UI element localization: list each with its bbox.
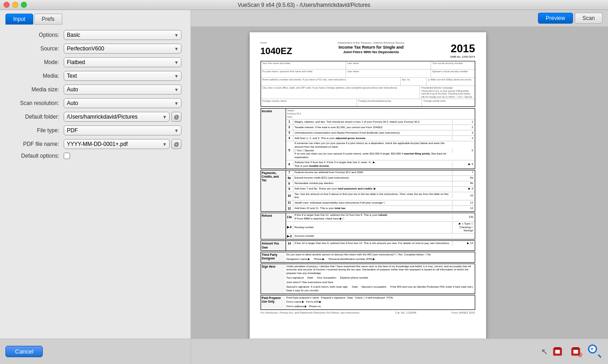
document-preview: Form 1040EZ Department of the Treasury—I… — [250, 32, 486, 339]
source-select[interactable]: PerfectionV600 — [64, 44, 181, 54]
filetype-label: File type: — [9, 127, 64, 134]
foreign-row: Foreign country name Foreign province/st… — [261, 99, 475, 106]
filetype-select-wrapper: PDF ▼ — [64, 125, 181, 135]
options-label: Options: — [9, 32, 64, 38]
media-label: Media: — [9, 73, 64, 79]
mediasize-select-wrapper: Auto ▼ — [64, 85, 181, 95]
refund-row-13a: 13a If line 9 is larger than line 12, su… — [286, 213, 475, 222]
form-year-block: 2015 OMB No. 1545-0074 — [450, 41, 475, 59]
maximize-button[interactable] — [21, 2, 27, 8]
third-party-fields: Designee's name ▶ Phone ▶ Personal ident… — [286, 258, 474, 261]
form-year: 2015 — [451, 41, 475, 55]
attach-note: AttachForm(s) W-2here. — [286, 109, 475, 120]
scanres-label: Scan resolution: — [9, 100, 64, 106]
refund-row-b: ▶ b Routing number ▶ c Type: □ Checking … — [286, 222, 475, 234]
sign-section: Sign Here Under penalties of perjury, I … — [261, 264, 475, 294]
bottom-toolbar: Cancel ↖ @ + — [0, 339, 608, 364]
window-title: VueScan 9 x64 (9.5.63) - /Users/hamrickd… — [238, 2, 371, 8]
cancel-button[interactable]: Cancel — [5, 346, 43, 357]
scanres-row: Scan resolution: Auto ▼ — [9, 98, 181, 108]
mode-select[interactable]: Flatbed — [64, 57, 181, 67]
options-select[interactable]: Basic — [64, 30, 181, 40]
minimize-button[interactable] — [12, 2, 18, 8]
form-title: Income Tax Return for Single and — [296, 45, 447, 50]
filetype-row: File type: PDF ▼ — [9, 125, 181, 135]
svg-text:@: @ — [578, 352, 583, 357]
ssn-field: Your social security number — [431, 61, 475, 69]
preview-area: Form 1040EZ Department of the Treasury—I… — [191, 27, 608, 339]
income-rows: AttachForm(s) W-2here. 1 Wages, salaries… — [286, 108, 475, 169]
filetype-select[interactable]: PDF — [64, 125, 181, 135]
svg-rect-5 — [573, 347, 579, 349]
scanres-select[interactable]: Auto — [64, 98, 181, 108]
window-controls[interactable] — [4, 2, 27, 8]
mode-control: Flatbed ▼ — [64, 57, 181, 67]
omb-text: OMB No. 1545-0074 — [450, 55, 475, 59]
pdfname-email-button[interactable]: @ — [171, 139, 181, 149]
payment-row-b: b Nontaxable combat pay election. 8b — [286, 181, 475, 187]
preview-button[interactable]: Preview — [538, 13, 573, 24]
income-row-3: 3 Unemployment compensation and Alaska P… — [286, 130, 475, 136]
defopts-label: Default options: — [9, 153, 64, 159]
cursor-icon: ↖ — [541, 347, 548, 357]
foreign-country-field: Foreign country name — [261, 99, 357, 106]
form-header: Form 1040EZ Department of the Treasury—I… — [261, 41, 475, 59]
folder-label: Default folder: — [9, 114, 64, 120]
pdfname-input-wrap: YYYY-MM-DD-0001+.pdf ▼ — [64, 139, 170, 149]
form-footer: For Disclosure, Privacy Act, and Paperwo… — [261, 311, 475, 315]
sign-fields: Your signature Date Your occupation Dayt… — [286, 276, 474, 280]
scanres-select-wrapper: Auto ▼ — [64, 98, 181, 108]
right-panel: Preview Scan Form 1040EZ Department of t… — [191, 10, 608, 339]
scan-button[interactable]: Scan — [575, 13, 603, 24]
refund-section: Refund 13a If line 9 is larger than line… — [261, 213, 475, 239]
zoom-plus-icon: + — [590, 346, 594, 352]
tab-input[interactable]: Input — [5, 14, 33, 25]
preview-toolbar: Preview Scan — [191, 10, 608, 27]
titlebar: VueScan 9 x64 (9.5.63) - /Users/hamrickd… — [0, 0, 608, 10]
zoom-button[interactable]: + — [588, 344, 603, 359]
folder-email-button[interactable]: @ — [171, 112, 181, 122]
tab-prefs[interactable]: Prefs — [34, 14, 62, 25]
third-party-content: Do you want to allow another person to d… — [286, 252, 475, 263]
mode-select-wrapper: Flatbed ▼ — [64, 57, 181, 67]
defopts-row: Default options: — [9, 153, 181, 159]
third-party-section: Third Party Designee Do you want to allo… — [261, 252, 475, 263]
preparer-content: Print/Type preparer's name Preparer's si… — [286, 295, 475, 310]
filetype-control: PDF ▼ — [64, 125, 181, 135]
defopts-checkbox[interactable] — [64, 153, 70, 159]
tab-bar: Input Prefs — [0, 10, 191, 25]
income-row-5: 5 If someone can claim you (or your spou… — [286, 141, 475, 160]
mediasize-select[interactable]: Auto — [64, 85, 181, 95]
media-control: Text ▼ — [64, 71, 181, 81]
folder-select[interactable]: /Users/hamrickdavid/Pictures — [64, 112, 170, 122]
scan-to-email-icon[interactable]: @ — [570, 344, 584, 359]
income-row-6: 6 Subtract line 5 from line 4. If line 5… — [286, 160, 475, 169]
media-select[interactable]: Text — [64, 71, 181, 81]
media-select-wrapper: Text ▼ — [64, 71, 181, 81]
preparer-side-label: Paid Preparer Use Only — [261, 295, 286, 310]
pdfname-label: PDF file name: — [9, 141, 64, 147]
payment-row-11: 11 Health care: individual responsibilit… — [286, 200, 475, 206]
close-button[interactable] — [4, 2, 10, 8]
spouse-first-name-field: If a joint return, spouse's first name a… — [261, 70, 346, 77]
refund-rows: 13a If line 9 is larger than line 12, su… — [286, 213, 475, 239]
address-field: Home address (number and street). If you… — [261, 78, 401, 85]
apt-field: Apt. no. — [401, 78, 427, 85]
ssn-warning: ▲ Make sure the SSN(s) above are correct… — [427, 78, 475, 85]
scanres-control: Auto ▼ — [64, 98, 181, 108]
mediasize-label: Media size: — [9, 86, 64, 93]
media-row: Media: Text ▼ — [9, 71, 181, 81]
form-id-block: Form 1040EZ — [261, 41, 292, 57]
svg-rect-2 — [554, 347, 561, 349]
source-control: PerfectionV600 ▼ — [64, 44, 181, 54]
scan-to-file-icon[interactable] — [552, 344, 566, 359]
form-number: 1040EZ — [261, 45, 292, 57]
owe-row-14: 14 If line 12 is larger than line 9, sub… — [286, 241, 475, 246]
owe-section: Amount You Owe 14 If line 12 is larger t… — [261, 240, 475, 251]
pdfname-select[interactable]: YYYY-MM-DD-0001+.pdf — [64, 139, 170, 149]
payment-row-7: 7 Federal income tax withheld from Form(… — [286, 170, 475, 176]
bottom-right: ↖ @ + — [191, 339, 608, 364]
sign-content: Under penalties of perjury, I declare th… — [286, 264, 475, 294]
source-label: Source: — [9, 45, 64, 52]
payment-row-12: 12 Add lines 10 and 11. This is your tot… — [286, 206, 475, 211]
